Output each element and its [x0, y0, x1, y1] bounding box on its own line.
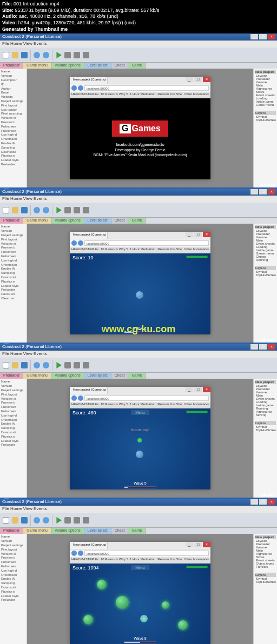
media-info-header: File: 001 Introduction.mp4 Size: 9533731…: [0, 0, 277, 33]
game-splash: GGames facebook.com/ggamesstudioDevelopp…: [70, 98, 210, 179]
ggames-logo: GGames: [112, 120, 168, 137]
tab-gamemenu[interactable]: Game menu: [23, 63, 51, 69]
redo-icon[interactable]: [42, 50, 50, 61]
bookmarks-bar[interactable]: HEADMASTER Ext10 Reasons Why So1 Hour Me…: [70, 92, 210, 98]
enemy-blob: [162, 601, 169, 609]
wave-label: Wave 1: [134, 326, 146, 330]
tab-cheat[interactable]: Cheat: [111, 63, 129, 69]
tab-game[interactable]: Game: [128, 63, 146, 69]
save-icon[interactable]: [20, 50, 29, 61]
enemy-blob: [116, 596, 129, 609]
close-button[interactable]: ×: [268, 34, 275, 39]
new-icon[interactable]: [2, 50, 10, 61]
game-menu-button[interactable]: Menu: [131, 410, 149, 415]
layout-tabs[interactable]: Preloader Game menu Volume options Level…: [0, 63, 277, 69]
minimize-button[interactable]: _: [250, 34, 258, 39]
address-bar[interactable]: localhost:50000: [84, 85, 209, 91]
player-ship[interactable]: [140, 615, 148, 622]
properties-panel[interactable]: NameVersionDescriptionIDAuthorEmailWebsi…: [0, 69, 27, 187]
enemy-blob: [83, 615, 93, 625]
run-icon[interactable]: [54, 50, 63, 61]
enemy-blob: [97, 580, 107, 589]
player-ship[interactable]: [136, 291, 143, 299]
export-icon[interactable]: [72, 50, 81, 61]
game-view-wave5[interactable]: Score: 460 Menu Incoming! Wave 5: [70, 408, 210, 489]
maximize-button[interactable]: □: [259, 34, 267, 39]
score-display: Score: 10: [72, 255, 94, 260]
browser-tab[interactable]: New project (Construct 2): [70, 77, 108, 84]
thumbnail-2: Construct 2 (Personal License)_□× File H…: [0, 189, 277, 344]
forward-icon[interactable]: [78, 85, 83, 91]
app-menubar[interactable]: File Home View Events: [0, 41, 277, 48]
enemy-blob: [178, 620, 188, 630]
undo-icon[interactable]: [32, 50, 41, 61]
layout-canvas[interactable]: New project (Construct 2) _□× localhost:…: [27, 69, 253, 187]
thumbnail-4: Construct 2 (Personal License)_□× File H…: [0, 499, 277, 644]
thumbnail-1: Construct 2 (Personal License) _□× File …: [0, 33, 277, 189]
tab-volume[interactable]: Volume options: [51, 63, 84, 69]
browser-window: New project (Construct 2) _□× localhost:…: [70, 77, 210, 179]
home-icon[interactable]: [82, 50, 90, 61]
app-toolbar: [0, 48, 277, 63]
wave-progress: [124, 331, 156, 333]
thumbnail-3: Construct 2 (Personal License)_□× File H…: [0, 344, 277, 499]
player-ship[interactable]: [136, 451, 143, 458]
incoming-text: Incoming!: [131, 427, 150, 432]
open-icon[interactable]: [11, 50, 19, 61]
game-view-wave1[interactable]: Score: 10 Wave 1: [70, 253, 210, 334]
tab-preloader[interactable]: Preloader: [0, 63, 23, 69]
tab-level[interactable]: Level select: [84, 63, 111, 69]
back-icon[interactable]: [71, 85, 77, 91]
project-panel[interactable]: New project LayoutsPreloaderVolumeMainHi…: [253, 69, 277, 187]
game-view-wave8[interactable]: Score: 1094 Menu Wave 8: [70, 564, 210, 644]
debug-icon[interactable]: [63, 50, 72, 61]
health-bar: [186, 256, 208, 258]
app-titlebar: Construct 2 (Personal License) _□×: [0, 33, 277, 41]
udemy-watermark: udemy: [259, 182, 275, 187]
enemy-small: [137, 438, 142, 442]
